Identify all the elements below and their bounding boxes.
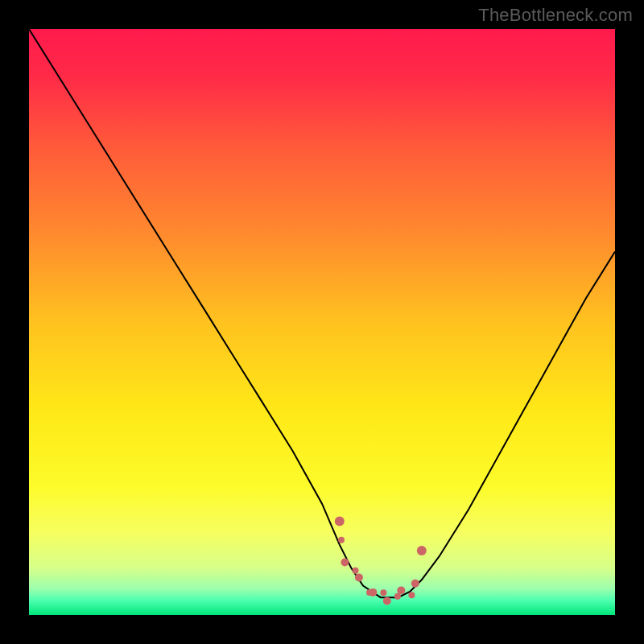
optimal-marker-dot (411, 580, 419, 588)
heat-gradient-background (29, 29, 615, 615)
plot-area (29, 29, 615, 615)
optimal-marker-dot (383, 597, 391, 605)
optimal-marker-dot (355, 573, 363, 581)
optimal-marker-dot (341, 559, 349, 567)
optimal-marker-dot (353, 568, 359, 574)
optimal-marker-end (417, 546, 427, 555)
optimal-marker-dot (380, 589, 386, 596)
chart-frame: TheBottleneck.com (0, 0, 644, 644)
optimal-marker-dot (338, 537, 345, 543)
optimal-marker-dot (397, 586, 405, 594)
watermark-label: TheBottleneck.com (478, 5, 633, 26)
optimal-marker-dot (408, 592, 415, 598)
optimal-marker-dot (369, 588, 377, 597)
svg-rect-0 (29, 29, 615, 615)
optimal-marker-end (335, 517, 345, 526)
